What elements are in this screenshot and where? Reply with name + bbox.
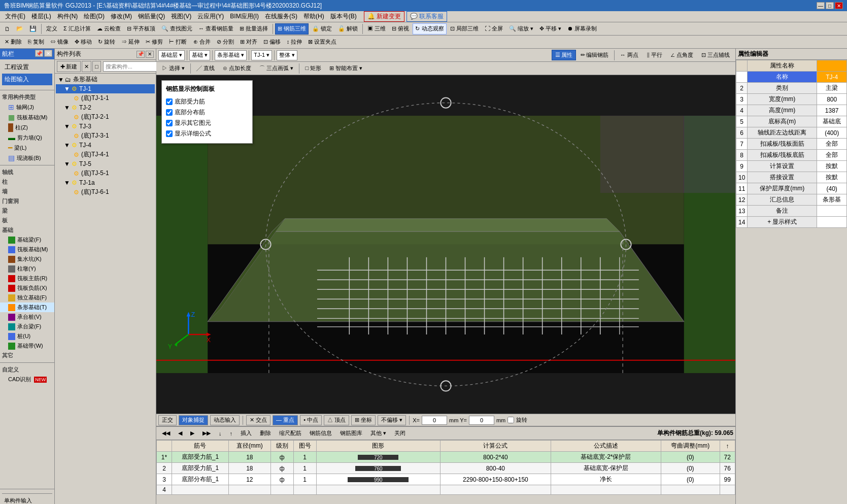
nav-item-pier[interactable]: 柱墩(Y): [0, 264, 54, 274]
tb-move[interactable]: ✥ 移动: [72, 37, 94, 48]
tb-3d[interactable]: ▣ 三维: [365, 23, 388, 35]
tb-lock[interactable]: 🔒 锁定: [310, 23, 334, 35]
tb-calc[interactable]: Σ 汇总计算: [61, 23, 93, 35]
maximize-button[interactable]: □: [826, 2, 834, 9]
nav-first[interactable]: ◀◀: [158, 428, 174, 438]
prop-val-3[interactable]: 800: [817, 94, 847, 105]
y-input[interactable]: [469, 416, 494, 425]
rebar-checkbox-other-elements[interactable]: [166, 120, 173, 126]
tree-node-tj1-1[interactable]: ⚙ (底)TJ-1-1: [56, 93, 155, 103]
rotate-checkbox[interactable]: [507, 417, 514, 423]
tb-trim[interactable]: ✂ 修剪: [143, 37, 165, 48]
tb-mirror[interactable]: ⇔ 镜像: [48, 37, 71, 48]
prop-val-12[interactable]: 条形基: [817, 194, 847, 206]
nav-item-raft[interactable]: ▦ 筏板基础(M): [0, 112, 54, 122]
tb-set-grip[interactable]: ⊠ 设置夹点: [306, 37, 339, 48]
status-no-offset[interactable]: 不偏移 ▾: [378, 415, 406, 425]
prop-val-4[interactable]: 1387: [817, 105, 847, 116]
table-row[interactable]: 2 底部受力筋_1 18 ф 1 760: [157, 463, 735, 474]
prop-val-14[interactable]: [817, 217, 847, 228]
tb-top-view[interactable]: ⊟ 俯视: [389, 23, 412, 35]
tb-define[interactable]: 定义: [44, 23, 60, 35]
vt-point-len[interactable]: ⊙ 点加长度: [219, 63, 255, 74]
tree-node-tj2-1[interactable]: ⚙ (底)TJ-2-1: [56, 112, 155, 122]
status-coord[interactable]: ⊞ 坐标: [351, 415, 376, 425]
tb-local-3d[interactable]: ⊡ 局部三维: [448, 23, 481, 35]
tree-node-tj4[interactable]: ▼ ⚙ TJ-4: [56, 141, 155, 150]
tree-delete-btn[interactable]: ✕: [82, 61, 91, 72]
prop-val-2[interactable]: 主梁: [817, 83, 847, 94]
prop-row-10[interactable]: 10 搭接设置 按默: [736, 172, 847, 183]
status-midpoint[interactable]: • 中点: [300, 415, 322, 425]
status-vertex[interactable]: △ 顶点: [324, 415, 349, 425]
nav-close-btn[interactable]: ✕: [44, 50, 52, 57]
prop-val-11[interactable]: (40): [817, 183, 847, 194]
tb-batch-select[interactable]: ⊞ 批量选择: [237, 23, 270, 35]
nav-item-axis[interactable]: ⊞ 轴网(J): [0, 102, 54, 112]
tree-node-strip-found[interactable]: ▼ 🗂 条形基础: [56, 75, 155, 84]
vt-parallel[interactable]: ∥ 平行: [643, 50, 666, 60]
component-dropdown[interactable]: TJ-1 ▾: [251, 50, 272, 60]
menu-floor[interactable]: 楼层(L): [28, 11, 54, 22]
vt-three-point-line[interactable]: ⊡ 三点辅线: [698, 50, 733, 60]
nav-item-found-band[interactable]: 基础带(W): [0, 341, 54, 351]
status-snap[interactable]: 对象捕捉: [179, 415, 208, 425]
rebar-checkbox-bottom-dist[interactable]: [166, 109, 173, 116]
tb-save[interactable]: 💾: [27, 23, 39, 35]
close-button[interactable]: ✕: [835, 2, 843, 9]
prop-val-5[interactable]: 基础底: [817, 116, 847, 127]
nav-project-settings[interactable]: 工程设置: [2, 61, 52, 73]
tb-align[interactable]: ⊞ 对齐: [238, 37, 260, 48]
tb-open[interactable]: 📂: [14, 23, 26, 35]
vt-smart-place[interactable]: ⊞ 智能布置 ▾: [326, 63, 366, 74]
tb-pan[interactable]: ✥ 平移 ▾: [537, 23, 564, 35]
tree-toggle-strip[interactable]: ▼: [58, 76, 64, 83]
prop-row-3[interactable]: 3 宽度(mm) 800: [736, 94, 847, 105]
menu-file[interactable]: 文件(E): [2, 11, 28, 22]
tree-toggle-tj3[interactable]: ▼: [64, 123, 70, 130]
tb-split[interactable]: ⊘ 分割: [214, 37, 236, 48]
menu-bim[interactable]: BIM应用(I): [227, 11, 262, 22]
tb-break[interactable]: ⊢ 打断: [166, 37, 189, 48]
layer-dropdown[interactable]: 基础层 ▾: [158, 50, 185, 60]
tb-offset[interactable]: ⊡ 偏移: [261, 37, 283, 48]
bt-delete[interactable]: 删除: [256, 428, 275, 439]
tree-new-btn[interactable]: ✚ 新建: [57, 61, 81, 72]
nav-item-cap[interactable]: 承台桩(V): [0, 312, 54, 322]
tb-unlock[interactable]: 🔓 解锁: [335, 23, 360, 35]
nav-item-isolated-found[interactable]: 独立基础(F): [0, 293, 54, 303]
prop-val-13[interactable]: [817, 206, 847, 217]
prop-row-11[interactable]: 11 保护层厚度(mm) (40): [736, 183, 847, 194]
nav-item-pit[interactable]: 集水坑(K): [0, 254, 54, 264]
tree-node-tj5-1[interactable]: ⚙ (底)TJ-5-1: [56, 169, 155, 178]
tb-cloud-check[interactable]: ☁ 云检查: [94, 23, 123, 35]
tb-view-rebar[interactable]: ↔ 查看钢筋量: [196, 23, 236, 35]
nav-item-col[interactable]: █ 柱(Z): [0, 122, 54, 132]
tb-stretch[interactable]: ↕ 拉伸: [284, 37, 305, 48]
nav-item-cap-beam[interactable]: 承台梁(F): [0, 322, 54, 331]
viewport-3d[interactable]: Z X Y 钢筋显示控制面板 底部受力筋: [156, 75, 735, 414]
tb-rebar-3d[interactable]: ⊞ 钢筋三维: [275, 23, 309, 35]
nav-item-beam[interactable]: ━ 梁(L): [0, 143, 54, 153]
tree-toggle-tj1[interactable]: ▼: [64, 85, 70, 92]
tb-rotate[interactable]: ↻ 旋转: [95, 37, 118, 48]
nav-draw-input[interactable]: 绘图输入: [2, 74, 52, 85]
prop-row-8[interactable]: 8 扣减板/筏板底筋 全部: [736, 150, 847, 161]
nav-prev[interactable]: ◀: [175, 428, 186, 438]
tree-toggle-tj5[interactable]: ▼: [64, 160, 70, 167]
tree-toggle-tj4[interactable]: ▼: [64, 142, 70, 149]
prop-row-7[interactable]: 7 扣减板/筏板面筋 全部: [736, 139, 847, 150]
menu-version[interactable]: 版本号(B): [327, 11, 360, 22]
menu-view[interactable]: 视图(V): [168, 11, 194, 22]
tree-node-tj5[interactable]: ▼ ⚙ TJ-5: [56, 159, 155, 169]
table-row[interactable]: 4: [157, 485, 735, 495]
nav-item-slab[interactable]: ▤ 现浇板(B): [0, 153, 54, 163]
menu-rebar-qty[interactable]: 钢筋量(Q): [135, 11, 168, 22]
status-mid[interactable]: — 重点: [273, 415, 298, 425]
single-component-input[interactable]: 单构件输入: [2, 496, 52, 504]
tb-align-slab[interactable]: ⊟ 平齐板顶: [124, 23, 158, 35]
bt-scale-rebar[interactable]: 缩尺配筋: [276, 428, 305, 439]
tb-find[interactable]: 🔍 查找图元: [159, 23, 195, 35]
rebar-check-bottom-dist[interactable]: 底部分布筋: [166, 107, 248, 118]
menu-contact[interactable]: 💬 联系客服: [406, 11, 447, 22]
